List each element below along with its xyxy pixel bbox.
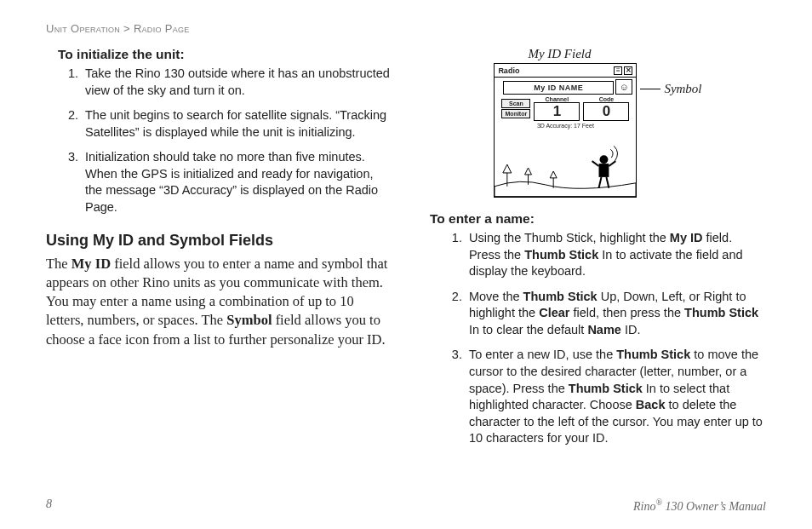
list-item: To enter a new ID, use the Thumb Stick t… bbox=[466, 347, 766, 446]
text: Rino bbox=[633, 500, 655, 513]
text: The bbox=[46, 256, 71, 272]
list-item: The unit begins to search for satellite … bbox=[82, 107, 391, 141]
body-paragraph: The My ID field allows you to enter a na… bbox=[46, 255, 391, 349]
text: field, then press the bbox=[569, 306, 684, 319]
svg-rect-4 bbox=[599, 164, 609, 177]
device-screen: Radio ≡ ✕ My ID NAME ☺ Scan Monitor bbox=[494, 63, 637, 198]
my-id-field: My ID NAME bbox=[503, 81, 614, 95]
list-item: Using the Thumb Stick, highlight the My … bbox=[466, 230, 766, 280]
initialize-steps: Take the Rino 130 outside where it has a… bbox=[46, 66, 391, 216]
accuracy-text: 3D Accuracy: 17 Feet bbox=[495, 123, 636, 129]
figure-top-label: My ID Field bbox=[353, 47, 766, 61]
scan-button: Scan bbox=[501, 99, 530, 108]
close-icon: ✕ bbox=[624, 66, 632, 75]
heading-initialize: To initialize the unit: bbox=[58, 47, 391, 62]
page-number: 8 bbox=[46, 497, 52, 514]
page-footer: 8 Rino® 130 Owner’s Manual bbox=[46, 497, 766, 514]
bold: Clear bbox=[539, 306, 569, 319]
code-value: 0 bbox=[583, 102, 629, 121]
heading-enter-name: To enter a name: bbox=[430, 211, 766, 227]
bold: Name bbox=[587, 323, 621, 336]
text: To enter a new ID, use the bbox=[469, 348, 616, 361]
text: Using the Thumb Stick, highlight the bbox=[469, 231, 670, 244]
device-figure: Radio ≡ ✕ My ID NAME ☺ Scan Monitor bbox=[494, 63, 701, 198]
svg-line-5 bbox=[592, 161, 599, 166]
channel-value: 1 bbox=[534, 102, 580, 121]
bold: Thumb Stick bbox=[524, 248, 598, 262]
bold: My ID bbox=[670, 231, 703, 244]
product-name: Rino® 130 Owner’s Manual bbox=[633, 497, 766, 514]
figure-symbol-label: Symbol bbox=[664, 82, 701, 96]
bold: Thumb Stick bbox=[569, 382, 643, 395]
symbol-icon: ☺ bbox=[615, 79, 632, 95]
bold: Thumb Stick bbox=[616, 348, 690, 361]
text: 130 Owner’s Manual bbox=[662, 500, 766, 513]
bold-symbol: Symbol bbox=[226, 312, 272, 328]
list-item: Initialization should take no more than … bbox=[82, 149, 391, 216]
list-item: Take the Rino 130 outside where it has a… bbox=[82, 66, 391, 99]
device-title: Radio bbox=[498, 66, 519, 75]
scene-illustration bbox=[495, 144, 636, 197]
code-label: Code bbox=[583, 96, 629, 102]
heading-using-my-id: Using My ID and Symbol Fields bbox=[46, 232, 391, 250]
bold: Thumb Stick bbox=[684, 306, 758, 319]
bold: Back bbox=[636, 398, 666, 411]
breadcrumb-sep: > bbox=[120, 22, 134, 35]
svg-line-6 bbox=[609, 161, 616, 166]
breadcrumb-section: Unit Operation bbox=[46, 22, 120, 35]
breadcrumb: Unit Operation > Radio Page bbox=[46, 22, 766, 35]
menu-icon: ≡ bbox=[614, 66, 622, 75]
monitor-button: Monitor bbox=[501, 109, 530, 118]
svg-point-3 bbox=[600, 155, 609, 164]
text: Move the bbox=[469, 290, 523, 303]
text: In to clear the default bbox=[469, 323, 587, 336]
enter-name-steps: Using the Thumb Stick, highlight the My … bbox=[430, 230, 766, 447]
svg-line-7 bbox=[599, 177, 602, 188]
bold: Thumb Stick bbox=[523, 290, 598, 303]
channel-label: Channel bbox=[534, 96, 580, 102]
list-item: Move the Thumb Stick Up, Down, Left, or … bbox=[466, 289, 766, 339]
text: ID. bbox=[621, 323, 641, 336]
svg-line-8 bbox=[607, 177, 609, 188]
breadcrumb-page: Radio Page bbox=[134, 22, 190, 35]
registered-mark: ® bbox=[655, 497, 662, 507]
callout-line bbox=[640, 89, 660, 89]
device-titlebar: Radio ≡ ✕ bbox=[495, 64, 636, 78]
bold-my-id: My ID bbox=[71, 256, 111, 272]
